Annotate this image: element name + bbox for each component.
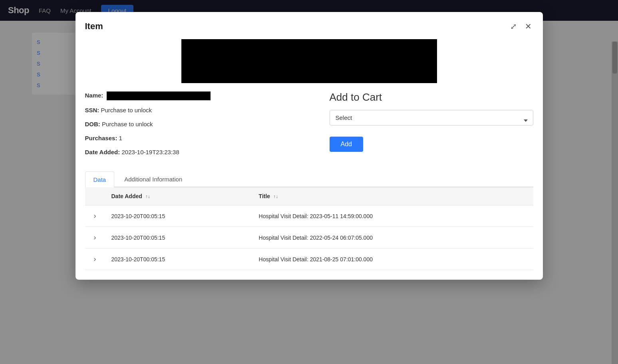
date-added-cell-3: 2023-10-20T00:05:15 xyxy=(105,249,252,270)
purchases-value: 1 xyxy=(119,135,122,141)
tabs-bar: Data Additional Information xyxy=(85,171,533,187)
col-expand xyxy=(85,187,105,205)
expand-cell-1: › xyxy=(85,205,105,227)
modal-two-col: Name: SSN: Purchase to unlock DOB: Purch… xyxy=(85,91,533,162)
add-to-cart-title: Add to Cart xyxy=(330,91,533,103)
quantity-select[interactable]: Select xyxy=(330,110,533,125)
dob-row: DOB: Purchase to unlock xyxy=(85,120,314,128)
ssn-label: SSN: xyxy=(85,107,99,113)
dob-value: Purchase to unlock xyxy=(102,121,153,127)
expand-icon: ⤢ xyxy=(510,22,517,31)
date-added-cell-1: 2023-10-20T00:05:15 xyxy=(105,205,252,227)
name-row: Name: xyxy=(85,91,314,100)
item-image xyxy=(181,39,437,83)
date-added-value: 2023-10-19T23:23:38 xyxy=(121,149,179,155)
item-modal: Item ⤢ ✕ Name: xyxy=(76,12,543,280)
expand-cell-2: › xyxy=(85,227,105,249)
expand-cell-3: › xyxy=(85,249,105,270)
select-wrapper: Select xyxy=(330,110,533,131)
close-modal-button[interactable]: ✕ xyxy=(523,20,533,33)
data-table: Date Added ↑↓ Title ↑↓ › 2023-10-20T00:0… xyxy=(85,187,533,270)
item-details: Name: SSN: Purchase to unlock DOB: Purch… xyxy=(85,91,314,162)
name-label: Name: xyxy=(85,92,103,99)
dob-label: DOB: xyxy=(85,121,100,127)
date-added-row: Date Added: 2023-10-19T23:23:38 xyxy=(85,148,314,156)
title-cell-3: Hospital Visit Detail: 2021-08-25 07:01:… xyxy=(252,249,533,270)
add-to-cart-section: Add to Cart Select Add xyxy=(330,91,533,162)
modal-overlay: Item ⤢ ✕ Name: xyxy=(0,0,618,364)
purchases-row: Purchases: 1 xyxy=(85,134,314,142)
modal-header: Item ⤢ ✕ xyxy=(76,12,543,39)
table-body: › 2023-10-20T00:05:15 Hospital Visit Det… xyxy=(85,205,533,270)
ssn-row: SSN: Purchase to unlock xyxy=(85,106,314,114)
title-cell-1: Hospital Visit Detail: 2023-05-11 14:59:… xyxy=(252,205,533,227)
name-value-redacted xyxy=(107,91,211,100)
table-row: › 2023-10-20T00:05:15 Hospital Visit Det… xyxy=(85,227,533,249)
table-row: › 2023-10-20T00:05:15 Hospital Visit Det… xyxy=(85,205,533,227)
modal-header-actions: ⤢ ✕ xyxy=(509,20,533,33)
modal-body: Name: SSN: Purchase to unlock DOB: Purch… xyxy=(76,39,543,280)
col-title[interactable]: Title ↑↓ xyxy=(252,187,533,205)
table-row: › 2023-10-20T00:05:15 Hospital Visit Det… xyxy=(85,249,533,270)
modal-title: Item xyxy=(85,21,103,32)
expand-modal-button[interactable]: ⤢ xyxy=(509,20,519,33)
expand-row-button-3[interactable]: › xyxy=(91,254,99,264)
ssn-value: Purchase to unlock xyxy=(101,107,152,113)
sort-icon-date: ↑↓ xyxy=(145,194,150,199)
tab-data[interactable]: Data xyxy=(85,171,115,187)
sort-icon-title: ↑↓ xyxy=(273,194,278,199)
table-header: Date Added ↑↓ Title ↑↓ xyxy=(85,187,533,205)
date-added-label: Date Added: xyxy=(85,149,120,155)
col-date-added[interactable]: Date Added ↑↓ xyxy=(105,187,252,205)
tab-additional-information[interactable]: Additional Information xyxy=(116,171,191,187)
title-cell-2: Hospital Visit Detail: 2022-05-24 06:07:… xyxy=(252,227,533,249)
table-header-row: Date Added ↑↓ Title ↑↓ xyxy=(85,187,533,205)
date-added-cell-2: 2023-10-20T00:05:15 xyxy=(105,227,252,249)
expand-row-button-2[interactable]: › xyxy=(91,233,99,243)
purchases-label: Purchases: xyxy=(85,135,117,141)
add-to-cart-button[interactable]: Add xyxy=(330,137,363,152)
expand-row-button-1[interactable]: › xyxy=(91,211,99,221)
close-icon: ✕ xyxy=(525,22,532,31)
